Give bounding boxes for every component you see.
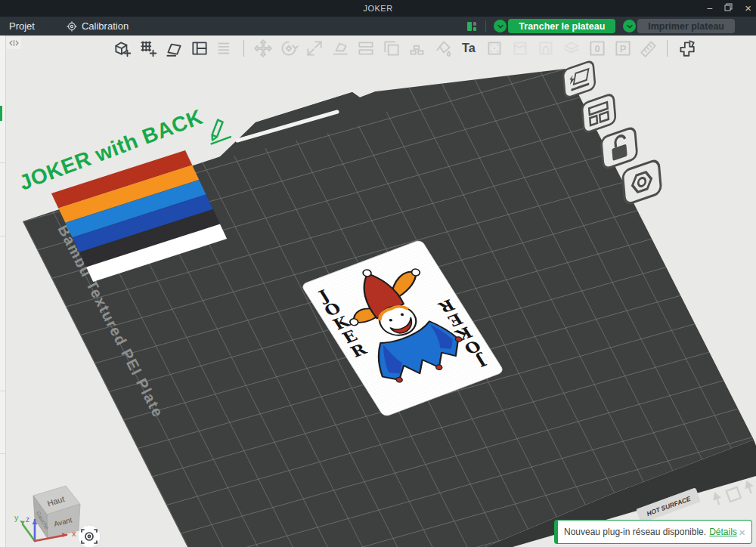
viewport-3d: Bambu Textured PEI Plate HOT SURFACE JOK…	[0, 36, 756, 547]
support-lines-icon[interactable]	[215, 38, 235, 58]
print-plate-button[interactable]: Imprimer plateau	[637, 19, 735, 33]
chevron-down-icon	[497, 23, 504, 29]
title-bar: JOKER – ×	[0, 0, 756, 17]
svg-text:P: P	[619, 42, 626, 54]
svg-text:Ta: Ta	[462, 40, 476, 54]
auto-orient-plate-button[interactable]	[563, 60, 596, 99]
scale-icon[interactable]	[304, 38, 324, 58]
menubar-right: Trancher le plateau Imprimer plateau	[466, 19, 756, 33]
minimize-button[interactable]: –	[708, 0, 713, 17]
height-range-icon[interactable]: 0	[587, 38, 607, 58]
cut-icon[interactable]	[355, 38, 376, 58]
slice-plate-button[interactable]: Trancher le plateau	[508, 19, 615, 33]
menu-bar: Projet Calibration Trancher le plate	[0, 17, 756, 36]
notification-message: Nouveau plug-in réseau disponible.	[564, 527, 706, 537]
slice-dropdown-button[interactable]	[494, 20, 507, 32]
notification-close-icon[interactable]: ×	[739, 526, 745, 539]
menubar-divider	[485, 20, 486, 32]
rotate-icon[interactable]	[278, 38, 299, 58]
sidebar-expand-toggle[interactable]	[6, 37, 21, 49]
gear-icon	[67, 21, 77, 32]
axis-x-label: x	[72, 529, 76, 538]
clone-icon[interactable]	[381, 38, 401, 58]
expand-panel-icon	[9, 39, 19, 47]
text-tool-icon[interactable]: Ta	[458, 38, 479, 58]
svg-text:0: 0	[594, 42, 600, 54]
axis-y-label: y	[14, 513, 19, 522]
lay-flat-icon[interactable]	[330, 38, 350, 58]
toolbar-separator	[243, 40, 244, 57]
color-paint-icon[interactable]	[432, 38, 453, 58]
restore-icon	[724, 3, 733, 11]
recenter-view-button[interactable]	[78, 525, 101, 547]
window-title: JOKER	[363, 4, 392, 13]
menu-projet[interactable]: Projet	[0, 17, 44, 36]
menu-calibration[interactable]: Calibration	[57, 17, 138, 36]
arrange-icon[interactable]	[189, 38, 209, 58]
slice-preview-icon[interactable]	[466, 20, 478, 32]
arrange-plate-button[interactable]	[581, 93, 615, 133]
restore-button[interactable]	[724, 0, 733, 17]
close-button[interactable]: ×	[745, 0, 751, 17]
object-toolbar: Ta0P	[112, 38, 696, 58]
seam-paint-icon[interactable]	[535, 38, 556, 58]
sidebar-active-indicator	[0, 106, 2, 121]
axis-z-label: z	[26, 515, 29, 524]
lock-plate-button[interactable]	[601, 127, 637, 170]
variable-height-icon[interactable]	[407, 38, 427, 58]
measure-icon[interactable]	[638, 38, 658, 58]
add-plate-icon[interactable]	[138, 38, 158, 58]
notification-details-link[interactable]: Détails	[709, 527, 737, 537]
orientation-gizmo[interactable]: Haut Avant Gauche y z x	[14, 486, 80, 541]
toolbar-separator	[667, 40, 668, 57]
texture-icon[interactable]	[484, 38, 504, 58]
move-icon[interactable]	[253, 38, 273, 58]
process-param-icon[interactable]: P	[612, 38, 633, 58]
collapsed-sidebar[interactable]	[0, 36, 6, 547]
print-dropdown-button[interactable]	[623, 20, 636, 32]
fuzzy-skin-icon[interactable]	[510, 38, 530, 58]
notification-toast: Nouveau plug-in réseau disponible. Détai…	[554, 520, 752, 544]
scene-canvas[interactable]: Bambu Textured PEI Plate HOT SURFACE JOK…	[0, 36, 756, 547]
assembly-icon[interactable]	[676, 38, 696, 58]
pencil-icon	[204, 118, 231, 144]
layers-icon[interactable]	[561, 38, 581, 58]
window-controls: – ×	[708, 0, 751, 17]
plate-settings-button[interactable]	[622, 159, 662, 206]
auto-orient-icon[interactable]	[163, 38, 184, 58]
chevron-down-icon	[626, 23, 634, 29]
add-object-icon[interactable]	[112, 38, 132, 58]
